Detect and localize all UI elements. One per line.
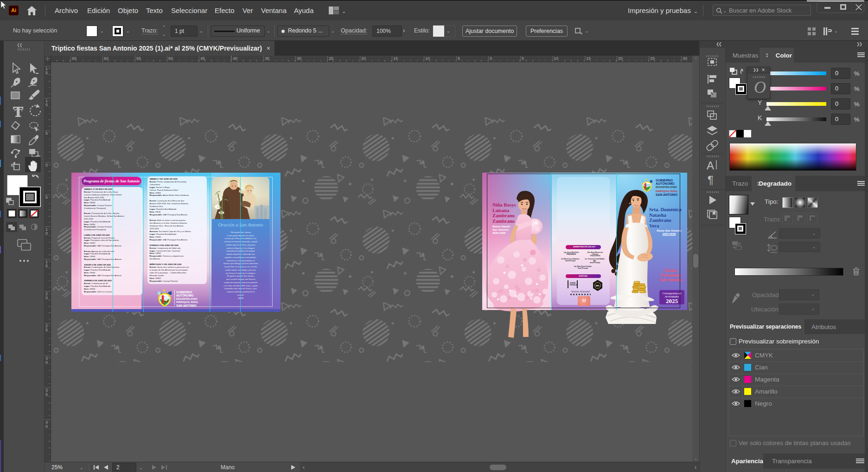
svg-text:A: A <box>707 159 714 172</box>
svg-text:T: T <box>14 106 22 120</box>
svg-text:¶: ¶ <box>708 174 714 186</box>
